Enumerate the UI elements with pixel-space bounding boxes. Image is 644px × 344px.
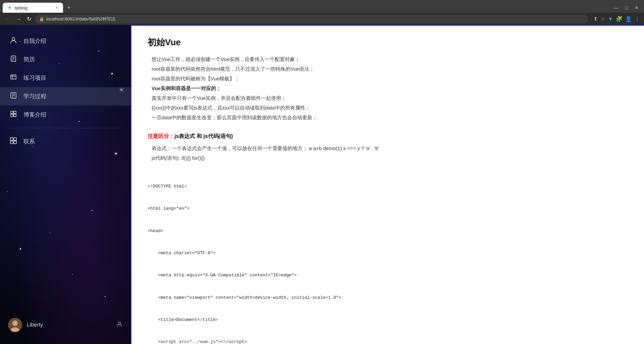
svg-point-21 [12,321,18,326]
intro-item-4: 真实开发中只有一个Vue实例，并且会配合着组件一起使用； [148,95,417,101]
intro-item-2: root容器里的代码被称为【Vue模板】； [148,76,417,82]
tab-close-button[interactable]: ✕ [55,5,58,10]
user-settings-icon[interactable] [116,321,123,329]
code-line-0: <!DOCTYPE html> [148,183,417,190]
avatar [8,318,22,332]
active-tab[interactable]: ▼ tjxblog ✕ [3,3,63,13]
section-title: 注意区分：js表达式 和 js代码(语句) [148,133,417,140]
code-line-2: <head> [148,227,417,235]
code-line-3: <meta charset="UTF-8"> [148,250,417,257]
sidebar-item-contact-label: 联系 [23,138,35,145]
sidebar-item-resume[interactable]: 简历 [0,50,131,69]
svg-point-23 [118,322,121,324]
sub-item-1: js代码(语句): if(){} for(){} [148,155,417,161]
sidebar-item-learning-label: 学习过程 [23,92,46,100]
page-title: 初始Vue [148,37,417,48]
contact-icon [9,137,17,146]
vue-extension-icon[interactable]: ▼ [608,16,613,22]
code-line-4: <meta http-equiv="X-UA-Compatible" conte… [148,272,417,279]
note-highlight: 注意区分： [148,133,174,139]
tab-favicon: ▼ [7,5,12,10]
bookmark-icon[interactable]: ☆ [600,16,605,22]
browser-chrome: ▼ tjxblog ✕ + — □ ✕ ← → ↻ 🔒 localhost:80… [0,0,644,25]
section-divider [148,128,417,133]
svg-rect-5 [11,75,16,79]
svg-rect-14 [11,114,13,117]
code-line-1: <html lang="en"> [148,205,417,212]
sidebar-footer: Liberty [0,313,131,337]
svg-rect-17 [14,138,16,140]
tab-title: tjxblog [15,5,52,10]
menu-icon[interactable]: ⋮ [635,16,640,22]
secure-icon: 🔒 [39,17,44,21]
toolbar-icons: ⬆ ☆ ▼ 🧩 👤 ⋮ [593,16,640,22]
sidebar-item-practice[interactable]: 练习项目 [0,69,131,87]
nav-divider [9,128,121,128]
learning-icon [9,92,17,101]
code-block: <!DOCTYPE html> <html lang="en"> <head> … [148,168,417,344]
svg-rect-18 [10,141,13,144]
maximize-button[interactable]: □ [623,4,631,11]
sidebar-item-practice-label: 练习项目 [23,74,46,82]
address-text: localhost:8081/#/data与el的2种写法 [46,16,584,22]
sub-item-0: 表达式：一个表达式会产生一个值，可以放在任何一个需要值的地方： a a+b de… [148,145,417,152]
sidebar: 自我介绍 简历 练习项目 [0,25,131,344]
intro-item-1: root容器里的代码依然符合html规范，只不过混入了一些特殊的Vue语法； [148,66,417,72]
content-inner: 初始Vue 想让Vue工作，就必须创建一个Vue实例，且要传入一个配置对象； r… [131,26,433,344]
minimize-button[interactable]: — [611,4,621,11]
intro-item-0: 想让Vue工作，就必须创建一个Vue实例，且要传入一个配置对象； [148,56,417,63]
practice-icon [9,73,17,82]
address-bar-row: ← → ↻ 🔒 localhost:8081/#/data与el的2种写法 ⬆ … [0,13,644,25]
intro-list: 想让Vue工作，就必须创建一个Vue实例，且要传入一个配置对象； root容器里… [148,56,417,121]
resume-icon [9,55,17,64]
share-icon[interactable]: ⬆ [593,16,598,22]
main-layout: 自我介绍 简历 练习项目 [0,25,644,344]
svg-rect-15 [14,114,16,117]
content-area: 初始Vue 想让Vue工作，就必须创建一个Vue实例，且要传入一个配置对象； r… [131,25,644,344]
note-rest: js表达式 和 js代码(语句) [174,133,233,139]
close-button[interactable]: ✕ [632,4,641,11]
profile-icon[interactable]: 👤 [625,16,632,22]
sidebar-item-learning[interactable]: 学习过程 [0,87,131,106]
user-name: Liberty [27,322,111,328]
svg-point-0 [12,38,15,40]
svg-rect-16 [10,138,13,140]
extensions-icon[interactable]: 🧩 [616,16,623,22]
svg-rect-19 [14,141,16,144]
sidebar-item-contact[interactable]: 联系 [0,132,131,151]
code-line-7: <script src="../vue.js"><\/script> [148,338,417,344]
sidebar-item-about[interactable]: 自我介绍 [0,32,131,50]
new-tab-button[interactable]: + [65,4,73,12]
person-icon [9,37,17,46]
sidebar-item-about-label: 自我介绍 [23,37,46,45]
intro-item-6: 一旦data中的数据发生改变，那么页面中用到该数据的地方也会自动更新； [148,115,417,121]
code-line-5: <meta name="viewport" content="width=dev… [148,294,417,301]
refresh-button[interactable]: ↻ [25,15,33,23]
intro-item-3: Vue实例和容器是一一对应的； [148,85,417,92]
forward-button[interactable]: → [15,15,23,23]
content-scroll[interactable]: 初始Vue 想让Vue工作，就必须创建一个Vue实例，且要传入一个配置对象； r… [131,26,644,344]
back-button[interactable]: ← [4,15,12,23]
address-box[interactable]: 🔒 localhost:8081/#/data与el的2种写法 [35,15,588,23]
svg-rect-12 [11,111,13,114]
svg-rect-13 [14,111,16,114]
intro-item-5: {{xxx}}中的xxx要写js表达式，且xxx可以自动读取到data中的所有属… [148,105,417,111]
sidebar-item-blog-label: 博客介绍 [23,111,46,119]
code-line-6: <title>Document</title> [148,316,417,324]
sidebar-item-resume-label: 简历 [23,56,35,63]
sidebar-item-blog[interactable]: 博客介绍 [0,106,131,124]
blog-icon [9,110,17,119]
tab-bar: ▼ tjxblog ✕ + — □ ✕ [0,0,644,13]
window-controls: — □ ✕ [611,4,641,11]
